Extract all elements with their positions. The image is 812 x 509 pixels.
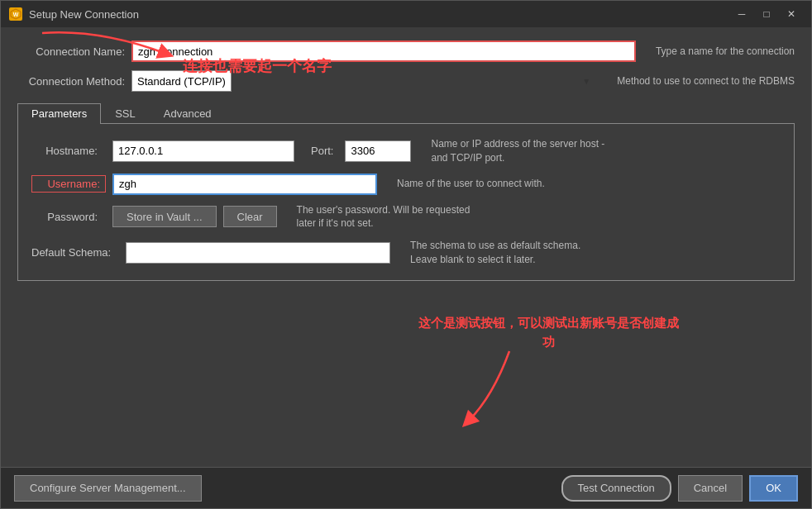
default-schema-row: Default Schema: The schema to use as def…	[31, 239, 781, 267]
default-schema-label: Default Schema:	[31, 246, 119, 259]
password-label: Password:	[31, 211, 106, 223]
connection-method-label: Connection Method:	[17, 75, 125, 88]
dialog-body: 连接也需要起一个名字 Connection Name: Type a name …	[1, 27, 811, 467]
password-buttons: Store in Vault ... Clear	[112, 206, 277, 227]
store-vault-button[interactable]: Store in Vault ...	[112, 206, 217, 227]
username-hint: Name of the user to connect with.	[384, 177, 545, 191]
hostname-label: Hostname:	[31, 145, 106, 157]
tabs-section: Parameters SSL Advanced Hostname: Port: …	[17, 100, 795, 281]
tab-content-parameters: Hostname: Port: Name or IP address of th…	[17, 124, 795, 281]
hostname-input[interactable]	[112, 140, 294, 162]
username-input[interactable]	[112, 174, 377, 195]
connection-method-hint: Method to use to connect to the RDBMS	[617, 75, 795, 87]
tab-ssl[interactable]: SSL	[101, 103, 150, 123]
default-schema-input[interactable]	[126, 242, 390, 264]
annotation-bottom-right: 这个是测试按钮，可以测试出新账号是否创建成 功	[418, 314, 679, 351]
port-input[interactable]	[345, 140, 411, 162]
bottom-right-buttons: Test Connection Cancel OK	[561, 475, 799, 502]
username-label: Username:	[31, 175, 106, 193]
dialog-window: W Setup New Connection ─ □ ✕ 连接也需要起一个名字	[0, 0, 812, 509]
ok-button[interactable]: OK	[749, 475, 798, 502]
tabs-container: Parameters SSL Advanced	[17, 103, 795, 124]
parameters-panel: Hostname: Port: Name or IP address of th…	[31, 137, 781, 267]
connection-name-hint: Type a name for the connection	[656, 45, 795, 57]
configure-server-button[interactable]: Configure Server Management...	[14, 475, 202, 502]
annotation-arrow-bottom	[443, 347, 559, 430]
test-connection-button[interactable]: Test Connection	[561, 475, 671, 502]
bottom-left-buttons: Configure Server Management...	[14, 475, 202, 502]
hostname-hint: Name or IP address of the server host - …	[418, 137, 616, 165]
hostname-row: Hostname: Port: Name or IP address of th…	[31, 137, 781, 165]
connection-name-label: Connection Name:	[17, 45, 125, 58]
connection-name-input[interactable]	[131, 40, 636, 62]
maximize-button[interactable]: □	[755, 5, 778, 23]
connection-method-select-wrapper: Standard (TCP/IP)	[131, 70, 597, 92]
clear-password-button[interactable]: Clear	[223, 206, 277, 227]
connection-method-select[interactable]: Standard (TCP/IP)	[131, 70, 232, 92]
cancel-button[interactable]: Cancel	[678, 475, 743, 502]
port-label: Port:	[311, 145, 333, 157]
tab-advanced[interactable]: Advanced	[150, 103, 226, 123]
svg-text:W: W	[13, 12, 19, 17]
app-icon: W	[9, 7, 22, 21]
password-hint: The user's password. Will be requested l…	[284, 203, 482, 231]
dialog-title: Setup New Connection	[29, 8, 724, 21]
window-controls: ─ □ ✕	[730, 5, 803, 23]
tab-parameters[interactable]: Parameters	[17, 103, 101, 124]
connection-method-row: Connection Method: Standard (TCP/IP) Met…	[17, 70, 795, 92]
connection-name-row: Connection Name: Type a name for the con…	[17, 40, 795, 62]
password-row: Password: Store in Vault ... Clear The u…	[31, 203, 781, 231]
bottom-bar: Configure Server Management... Test Conn…	[1, 467, 811, 508]
close-button[interactable]: ✕	[780, 5, 803, 23]
minimize-button[interactable]: ─	[730, 5, 753, 23]
title-bar: W Setup New Connection ─ □ ✕	[1, 1, 811, 27]
default-schema-hint: The schema to use as default schema. Lea…	[397, 239, 595, 267]
username-row: 账号 Username: Name of the user to connect…	[31, 174, 781, 195]
